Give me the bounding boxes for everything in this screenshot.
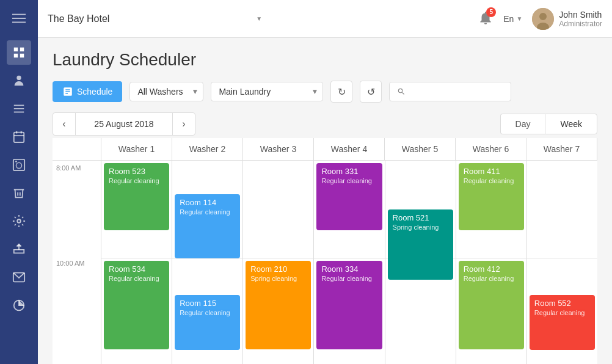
svg-point-17 bbox=[15, 161, 17, 162]
person-icon[interactable] bbox=[7, 68, 31, 93]
washer-header-1: Washer 1 bbox=[101, 138, 172, 160]
calendar-nav-row: ‹ 25 August 2018 › Day Week bbox=[53, 112, 597, 136]
top-header: The Bay Hotel ▼ 5 En ▼ bbox=[38, 0, 612, 38]
event-room412[interactable]: Room 412 Regular cleaning bbox=[459, 261, 524, 349]
scheduler-body: 8:00 AM 10:00 AM Room 523 Regular cleani… bbox=[53, 161, 597, 364]
svg-rect-8 bbox=[14, 105, 24, 106]
lang-dropdown-arrow: ▼ bbox=[516, 15, 522, 22]
sidebar bbox=[0, 0, 38, 364]
event-room334[interactable]: Room 334 Regular cleaning bbox=[316, 261, 382, 349]
date-navigator: ‹ 25 August 2018 › bbox=[53, 112, 195, 136]
grid-icon[interactable] bbox=[7, 40, 31, 65]
next-date-button[interactable]: › bbox=[173, 113, 195, 135]
svg-rect-5 bbox=[14, 54, 18, 57]
svg-rect-11 bbox=[14, 133, 24, 143]
language-selector[interactable]: En ▼ bbox=[503, 14, 522, 24]
tray-icon[interactable] bbox=[7, 237, 31, 261]
washer-header-3: Washer 3 bbox=[243, 138, 314, 160]
svg-rect-0 bbox=[12, 14, 26, 15]
tab-week[interactable]: Week bbox=[545, 114, 597, 134]
svg-point-22 bbox=[539, 13, 547, 20]
refresh-button[interactable]: ↻ bbox=[330, 81, 352, 103]
list-icon[interactable] bbox=[7, 96, 31, 121]
event-room115[interactable]: Room 115 Regular cleaning bbox=[175, 295, 240, 350]
history-button[interactable]: ↺ bbox=[360, 81, 382, 103]
trash-icon[interactable] bbox=[7, 181, 31, 205]
user-name: John Smith bbox=[559, 10, 602, 20]
svg-point-18 bbox=[17, 219, 21, 223]
calendar-icon[interactable] bbox=[7, 125, 31, 149]
mail-icon[interactable] bbox=[7, 265, 31, 289]
time-label-10am: 10:00 AM bbox=[53, 257, 88, 267]
time-col-header bbox=[53, 138, 101, 160]
svg-point-7 bbox=[16, 76, 21, 80]
search-input[interactable] bbox=[410, 87, 504, 96]
scheduler: Washer 1 Washer 2 Washer 3 Washer 4 Wash… bbox=[53, 138, 597, 364]
svg-rect-6 bbox=[20, 54, 24, 57]
time-label-8am: 8:00 AM bbox=[53, 162, 84, 172]
menu-icon[interactable] bbox=[7, 6, 31, 31]
svg-rect-10 bbox=[14, 112, 24, 113]
svg-rect-15 bbox=[13, 159, 24, 170]
washer-col-3: Room 210 Spring cleaning bbox=[243, 161, 314, 364]
location-filter-select[interactable]: Main Laundry Second Floor Laundry bbox=[211, 82, 323, 101]
washer-header-2: Washer 2 bbox=[172, 138, 243, 160]
svg-point-16 bbox=[16, 162, 21, 168]
event-room331[interactable]: Room 331 Regular cleaning bbox=[316, 163, 382, 230]
washer-filter-select[interactable]: All Washers Washer 1 Washer 2 bbox=[129, 82, 203, 101]
washer-col-6: Room 411 Regular cleaning Room 412 Regul… bbox=[456, 161, 527, 364]
page-content: Laundry Scheduler Schedule All Washers W… bbox=[38, 38, 612, 364]
event-room114[interactable]: Room 114 Regular cleaning bbox=[175, 194, 240, 258]
washer-filter-wrapper: All Washers Washer 1 Washer 2 ▼ bbox=[129, 82, 203, 101]
event-room210[interactable]: Room 210 Spring cleaning bbox=[246, 261, 311, 349]
washer-machine-icon[interactable] bbox=[7, 153, 31, 177]
view-tabs: Day Week bbox=[500, 114, 597, 134]
user-details: John Smith Administrator bbox=[559, 10, 602, 28]
washer-header-4: Washer 4 bbox=[314, 138, 385, 160]
svg-rect-4 bbox=[20, 48, 24, 51]
washer-col-7: Room 552 Regular cleaning bbox=[527, 161, 597, 364]
header-right: 5 En ▼ John Smith Administrator bbox=[478, 8, 602, 30]
hotel-name: The Bay Hotel bbox=[48, 13, 249, 24]
washer-col-5: Room 521 Spring cleaning bbox=[385, 161, 456, 364]
schedule-button[interactable]: Schedule bbox=[53, 81, 122, 102]
event-room521[interactable]: Room 521 Spring cleaning bbox=[388, 209, 453, 280]
user-role: Administrator bbox=[559, 20, 602, 28]
washer-col-1: Room 523 Regular cleaning Room 534 Regul… bbox=[101, 161, 172, 364]
event-room552[interactable]: Room 552 Regular cleaning bbox=[530, 295, 595, 350]
search-box bbox=[389, 82, 511, 101]
search-icon bbox=[397, 87, 406, 96]
washer-col-4: Room 331 Regular cleaning Room 334 Regul… bbox=[314, 161, 385, 364]
date-display: 25 August 2018 bbox=[75, 113, 173, 135]
event-room523[interactable]: Room 523 Regular cleaning bbox=[104, 163, 169, 230]
event-room534[interactable]: Room 534 Regular cleaning bbox=[104, 261, 169, 349]
event-room411[interactable]: Room 411 Regular cleaning bbox=[459, 163, 524, 230]
toolbar: Schedule All Washers Washer 1 Washer 2 ▼… bbox=[53, 81, 597, 103]
main-content: The Bay Hotel ▼ 5 En ▼ bbox=[38, 0, 612, 364]
washer-col-2: Room 114 Regular cleaning Room 115 Regul… bbox=[172, 161, 243, 364]
svg-rect-1 bbox=[12, 18, 26, 19]
settings-icon[interactable] bbox=[7, 209, 31, 233]
user-menu[interactable]: John Smith Administrator bbox=[532, 8, 602, 30]
hotel-dropdown-arrow[interactable]: ▼ bbox=[256, 15, 262, 22]
prev-date-button[interactable]: ‹ bbox=[53, 113, 75, 135]
washer-columns: Room 523 Regular cleaning Room 534 Regul… bbox=[101, 161, 597, 364]
notification-button[interactable]: 5 bbox=[478, 10, 494, 28]
tab-day[interactable]: Day bbox=[500, 114, 545, 134]
scheduler-header: Washer 1 Washer 2 Washer 3 Washer 4 Wash… bbox=[53, 138, 597, 161]
location-filter-wrapper: Main Laundry Second Floor Laundry ▼ bbox=[211, 82, 323, 101]
svg-rect-2 bbox=[12, 22, 26, 23]
page-title: Laundry Scheduler bbox=[53, 50, 597, 70]
washer-header-6: Washer 6 bbox=[456, 138, 526, 160]
avatar bbox=[532, 8, 554, 30]
washer-header-7: Washer 7 bbox=[526, 138, 597, 160]
notification-badge: 5 bbox=[486, 7, 496, 17]
svg-rect-9 bbox=[14, 108, 24, 109]
washer-header-5: Washer 5 bbox=[385, 138, 456, 160]
time-column: 8:00 AM 10:00 AM bbox=[53, 161, 101, 364]
svg-rect-3 bbox=[14, 48, 18, 51]
chart-icon[interactable] bbox=[7, 293, 31, 318]
